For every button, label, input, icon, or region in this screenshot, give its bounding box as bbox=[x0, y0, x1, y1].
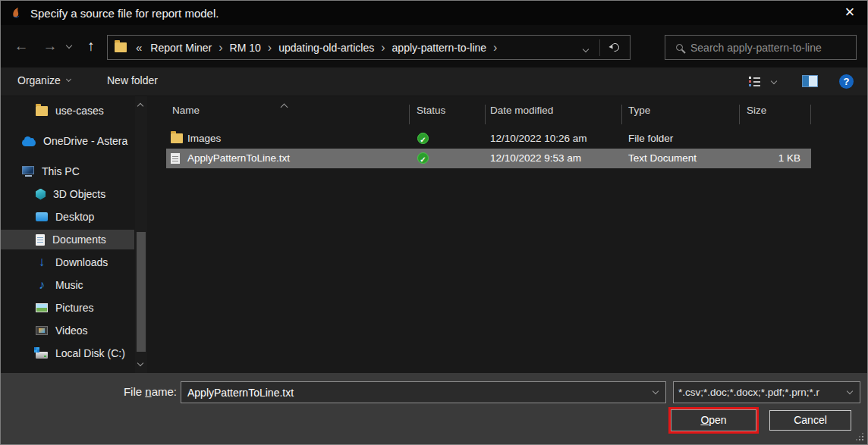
file-open-dialog: Specify a source file for report model. … bbox=[0, 0, 868, 445]
app-logo-icon bbox=[9, 6, 23, 20]
chevron-down-icon[interactable] bbox=[847, 388, 853, 394]
preview-pane-icon[interactable] bbox=[802, 75, 818, 87]
open-button[interactable]: Open bbox=[671, 409, 756, 431]
breadcrumb-separator-icon: › bbox=[492, 41, 498, 55]
breadcrumb-separator-icon: › bbox=[217, 41, 224, 55]
file-name-label-pre: File bbox=[124, 385, 145, 398]
close-icon[interactable] bbox=[832, 1, 867, 25]
disk-drive-icon bbox=[36, 352, 48, 359]
column-divider[interactable] bbox=[739, 105, 740, 124]
column-header-type[interactable]: Type bbox=[628, 105, 650, 116]
desktop-icon bbox=[36, 212, 48, 221]
film-icon bbox=[36, 326, 48, 335]
scroll-up-icon[interactable] bbox=[137, 103, 143, 109]
new-folder-button[interactable]: New folder bbox=[107, 74, 158, 86]
address-bar[interactable]: « Report Miner › RM 10 › updating-old-ar… bbox=[107, 35, 631, 60]
sidebar-item-onedrive[interactable]: OneDrive - Astera bbox=[1, 131, 134, 151]
sidebar-item-3d-objects[interactable]: 3D Objects bbox=[1, 184, 134, 204]
breadcrumb-overflow[interactable]: « bbox=[133, 41, 145, 54]
search-input[interactable] bbox=[690, 42, 856, 54]
sidebar-item-desktop[interactable]: Desktop bbox=[1, 207, 134, 227]
search-icon bbox=[676, 44, 683, 51]
chevron-down-icon bbox=[66, 77, 71, 82]
file-type-value: *.csv;*.doc;*.docx;*.pdf;*.prn;*.r bbox=[674, 387, 848, 398]
dialog-content: use-cases OneDrive - Astera This PC 3D O… bbox=[1, 96, 867, 373]
document-icon bbox=[36, 234, 45, 246]
sidebar-item-downloads[interactable]: Downloads bbox=[1, 252, 134, 272]
sidebar-item-documents[interactable]: Documents bbox=[1, 230, 134, 249]
help-icon[interactable] bbox=[839, 74, 854, 89]
navigation-bar: « Report Miner › RM 10 › updating-old-ar… bbox=[1, 25, 867, 67]
organize-button[interactable]: Organize bbox=[17, 74, 71, 86]
new-folder-label: New folder bbox=[107, 74, 158, 86]
file-row-applypatterntoline[interactable]: ApplyPatternToLine.txt 12/10/2022 9:53 a… bbox=[166, 149, 811, 168]
forward-button[interactable] bbox=[39, 36, 61, 57]
search-box[interactable] bbox=[665, 35, 857, 60]
column-header-size[interactable]: Size bbox=[747, 105, 766, 116]
file-date-modified: 12/10/2022 10:26 am bbox=[490, 133, 587, 144]
breadcrumb-item[interactable]: updating-old-articles bbox=[273, 42, 379, 54]
column-divider[interactable] bbox=[485, 105, 486, 124]
folder-icon bbox=[115, 42, 127, 52]
column-header-status[interactable]: Status bbox=[417, 105, 445, 116]
file-type: File folder bbox=[628, 133, 673, 144]
breadcrumb-item[interactable]: RM 10 bbox=[225, 42, 266, 54]
back-button[interactable] bbox=[10, 36, 33, 57]
open-button-rest: pen bbox=[709, 414, 726, 426]
details-view-icon[interactable] bbox=[749, 76, 760, 86]
file-row-images[interactable]: Images 12/10/2022 10:26 am File folder bbox=[166, 129, 811, 149]
sidebar-item-local-disk-c[interactable]: Local Disk (C:) bbox=[1, 343, 134, 363]
download-arrow-icon bbox=[36, 256, 48, 268]
up-button[interactable] bbox=[80, 36, 102, 57]
column-header-name[interactable]: Name bbox=[172, 105, 200, 116]
scrollbar-thumb[interactable] bbox=[137, 232, 146, 352]
column-header-row: Name Status Date modified Type Size bbox=[166, 101, 811, 121]
folder-icon bbox=[36, 106, 48, 116]
column-divider[interactable] bbox=[621, 105, 622, 124]
view-options-chevron-icon[interactable] bbox=[771, 78, 777, 84]
3d-cube-icon bbox=[36, 189, 46, 200]
navigation-pane: use-cases OneDrive - Astera This PC 3D O… bbox=[1, 96, 149, 373]
resize-grip[interactable] bbox=[854, 431, 863, 440]
breadcrumb-item[interactable]: Report Miner bbox=[145, 42, 217, 54]
sidebar-item-this-pc[interactable]: This PC bbox=[1, 161, 134, 181]
dialog-title: Specify a source file for report model. bbox=[30, 7, 219, 20]
file-name-input[interactable] bbox=[181, 387, 653, 399]
synced-status-icon bbox=[417, 152, 429, 164]
breadcrumb-item[interactable]: apply-pattern-to-line bbox=[387, 42, 492, 54]
file-name: ApplyPatternToLine.txt bbox=[187, 152, 290, 164]
chevron-down-icon[interactable] bbox=[653, 388, 659, 394]
sidebar-item-label: Downloads bbox=[55, 256, 108, 268]
sidebar-item-label: Music bbox=[55, 279, 83, 291]
sidebar-item-label: OneDrive - Astera bbox=[43, 135, 127, 147]
breadcrumb-separator-icon: › bbox=[266, 41, 273, 55]
file-name-label: File name: bbox=[77, 385, 177, 398]
sidebar-item-label: Local Disk (C:) bbox=[55, 347, 125, 359]
column-divider[interactable] bbox=[810, 105, 811, 124]
computer-icon bbox=[22, 166, 34, 174]
sidebar-item-label: 3D Objects bbox=[53, 188, 105, 200]
file-type-combobox[interactable]: *.csv;*.doc;*.docx;*.pdf;*.prn;*.r bbox=[673, 381, 860, 403]
cancel-button[interactable]: Cancel bbox=[769, 410, 851, 431]
picture-icon bbox=[36, 303, 48, 312]
synced-status-icon bbox=[417, 133, 429, 144]
file-type: Text Document bbox=[628, 152, 697, 164]
sidebar-item-label: Documents bbox=[52, 233, 106, 246]
file-size: 1 KB bbox=[697, 152, 805, 164]
sidebar-item-videos[interactable]: Videos bbox=[1, 321, 134, 340]
column-divider[interactable] bbox=[409, 105, 410, 124]
address-dropdown-icon[interactable] bbox=[572, 42, 599, 54]
column-header-date-modified[interactable]: Date modified bbox=[490, 105, 553, 116]
refresh-icon[interactable] bbox=[600, 42, 630, 54]
scroll-down-icon[interactable] bbox=[137, 360, 143, 366]
sidebar-item-pictures[interactable]: Pictures bbox=[1, 298, 134, 318]
breadcrumb: « Report Miner › RM 10 › updating-old-ar… bbox=[133, 41, 572, 55]
file-name-label-mnemonic: n bbox=[145, 385, 151, 398]
sort-ascending-icon bbox=[281, 104, 288, 111]
file-name-combobox[interactable] bbox=[181, 381, 666, 403]
file-date-modified: 12/10/2022 9:53 am bbox=[490, 152, 581, 164]
sidebar-item-music[interactable]: Music bbox=[1, 275, 134, 295]
history-dropdown-icon[interactable] bbox=[66, 42, 72, 49]
sidebar-scrollbar[interactable] bbox=[135, 96, 147, 373]
sidebar-item-use-cases[interactable]: use-cases bbox=[1, 101, 134, 121]
